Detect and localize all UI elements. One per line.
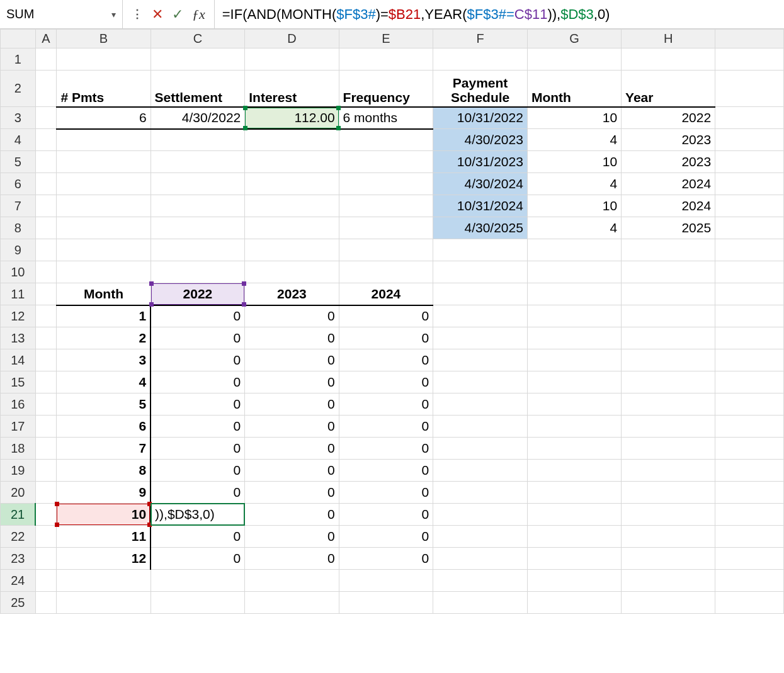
row-header[interactable]: 10 [1, 261, 36, 283]
cell[interactable] [433, 239, 528, 261]
cell[interactable] [245, 570, 339, 592]
cell[interactable]: 0 [245, 548, 339, 570]
cell[interactable]: 2023 [622, 129, 715, 151]
cell[interactable] [35, 173, 57, 195]
cell[interactable] [35, 151, 57, 173]
cell[interactable] [433, 261, 528, 283]
cell[interactable] [622, 239, 715, 261]
cell[interactable] [715, 482, 784, 504]
cell[interactable] [57, 129, 151, 151]
cell[interactable]: 4/30/2022 [151, 107, 245, 129]
cell[interactable] [151, 48, 245, 71]
cell[interactable] [527, 416, 621, 438]
cell[interactable] [245, 261, 339, 283]
cell[interactable]: Month [57, 283, 151, 305]
cell-C21-editing[interactable]: )),$D$3,0) [151, 504, 245, 526]
cell[interactable] [527, 283, 621, 305]
cell[interactable]: 0 [245, 349, 339, 371]
cell[interactable]: 0 [151, 305, 245, 327]
cell[interactable] [527, 570, 621, 592]
cell[interactable] [715, 283, 784, 305]
row-header[interactable]: 4 [1, 129, 36, 151]
cell[interactable] [715, 239, 784, 261]
cell[interactable]: 0 [339, 327, 433, 349]
cell[interactable]: 0 [245, 526, 339, 548]
row-header[interactable]: 17 [1, 416, 36, 438]
row-header[interactable]: 20 [1, 482, 36, 504]
cell[interactable] [527, 460, 621, 482]
cell-D3[interactable]: 112.00 [245, 107, 339, 129]
cell[interactable] [715, 504, 784, 526]
cell[interactable] [622, 283, 715, 305]
cell[interactable]: 0 [151, 327, 245, 349]
cell[interactable]: 0 [245, 393, 339, 416]
row-header[interactable]: 1 [1, 48, 36, 71]
row-header[interactable]: 22 [1, 526, 36, 548]
col-header-F[interactable]: F [433, 30, 528, 48]
cell[interactable] [527, 393, 621, 416]
cell[interactable] [151, 239, 245, 261]
cell[interactable]: 2024 [339, 283, 433, 305]
cell[interactable]: 0 [245, 504, 339, 526]
cell[interactable]: 0 [245, 305, 339, 327]
cell[interactable]: 2025 [622, 217, 715, 239]
cell[interactable] [715, 48, 784, 71]
row-header[interactable]: 16 [1, 393, 36, 416]
cell[interactable] [57, 261, 151, 283]
cell[interactable] [35, 416, 57, 438]
spreadsheet-grid[interactable]: A B C D E F G H 1 2 # Pmts Settlement In… [0, 29, 784, 614]
cell[interactable] [433, 526, 528, 548]
cell[interactable]: 4/30/2023 [433, 129, 528, 151]
cancel-icon[interactable]: ✕ [152, 6, 163, 23]
cell[interactable] [715, 592, 784, 614]
cell[interactable] [35, 48, 57, 71]
cell[interactable]: 11 [57, 526, 151, 548]
cell[interactable] [35, 371, 57, 393]
cell[interactable]: 10/31/2023 [433, 151, 528, 173]
cell[interactable] [715, 371, 784, 393]
cell[interactable] [151, 151, 245, 173]
cell[interactable] [35, 460, 57, 482]
cell[interactable] [622, 261, 715, 283]
cell[interactable] [622, 504, 715, 526]
cell[interactable]: 0 [339, 349, 433, 371]
cell[interactable] [433, 305, 528, 327]
cell[interactable] [527, 305, 621, 327]
cell[interactable]: 0 [151, 438, 245, 460]
cell[interactable] [527, 482, 621, 504]
cell[interactable] [245, 129, 339, 151]
cell[interactable] [339, 48, 433, 71]
cell[interactable] [35, 107, 57, 129]
cell[interactable] [622, 548, 715, 570]
cell[interactable] [245, 239, 339, 261]
cell[interactable] [35, 548, 57, 570]
cell[interactable] [433, 438, 528, 460]
cell[interactable] [339, 173, 433, 195]
cell[interactable]: 8 [57, 460, 151, 482]
cell[interactable]: Year [622, 71, 715, 107]
cell[interactable] [57, 195, 151, 217]
cell-F3[interactable]: 10/31/2022 [433, 107, 528, 129]
row-header[interactable]: 8 [1, 217, 36, 239]
cell[interactable] [433, 592, 528, 614]
cell[interactable]: 2023 [245, 283, 339, 305]
cell[interactable]: 0 [339, 548, 433, 570]
cell[interactable] [245, 173, 339, 195]
cell[interactable]: Interest [245, 71, 339, 107]
cell[interactable] [715, 151, 784, 173]
cell[interactable] [622, 349, 715, 371]
cell[interactable]: 2024 [622, 173, 715, 195]
row-header[interactable]: 5 [1, 151, 36, 173]
cell[interactable] [57, 570, 151, 592]
cell[interactable]: 0 [339, 482, 433, 504]
cell[interactable] [433, 570, 528, 592]
row-header[interactable]: 7 [1, 195, 36, 217]
cell[interactable] [622, 438, 715, 460]
cell[interactable] [35, 239, 57, 261]
cell[interactable] [151, 261, 245, 283]
cell[interactable] [433, 283, 528, 305]
row-header[interactable]: 2 [1, 71, 36, 107]
cell[interactable] [433, 349, 528, 371]
cell[interactable]: 9 [57, 482, 151, 504]
cell[interactable] [339, 592, 433, 614]
